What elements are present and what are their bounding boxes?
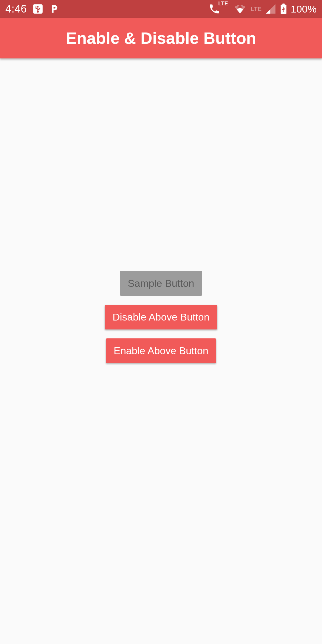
wifi-icon <box>234 3 246 15</box>
battery-charging-icon <box>280 3 287 15</box>
sample-button-label: Sample Button <box>128 278 194 289</box>
enable-button[interactable]: Enable Above Button <box>106 338 216 363</box>
svg-rect-2 <box>282 4 285 5</box>
status-bar-right: LTE LTE 100% <box>208 3 317 15</box>
cell-signal-icon <box>265 3 276 15</box>
phone-lte-icon: LTE <box>208 3 220 15</box>
content-area: Sample Button Disable Above Button Enabl… <box>0 24 322 610</box>
disable-button-label: Disable Above Button <box>112 311 209 323</box>
disable-button[interactable]: Disable Above Button <box>105 305 217 329</box>
status-clock: 4:46 <box>5 3 27 15</box>
lte-label-dim: LTE <box>251 6 261 13</box>
sample-button: Sample Button <box>120 271 202 296</box>
usb-icon <box>32 3 44 15</box>
status-bar-left: 4:46 <box>5 3 59 15</box>
enable-button-label: Enable Above Button <box>114 345 208 357</box>
status-bar: 4:46 LTE LTE <box>0 0 322 18</box>
p-icon <box>49 4 59 14</box>
battery-percent: 100% <box>291 3 317 15</box>
lte-badge: LTE <box>218 1 228 7</box>
